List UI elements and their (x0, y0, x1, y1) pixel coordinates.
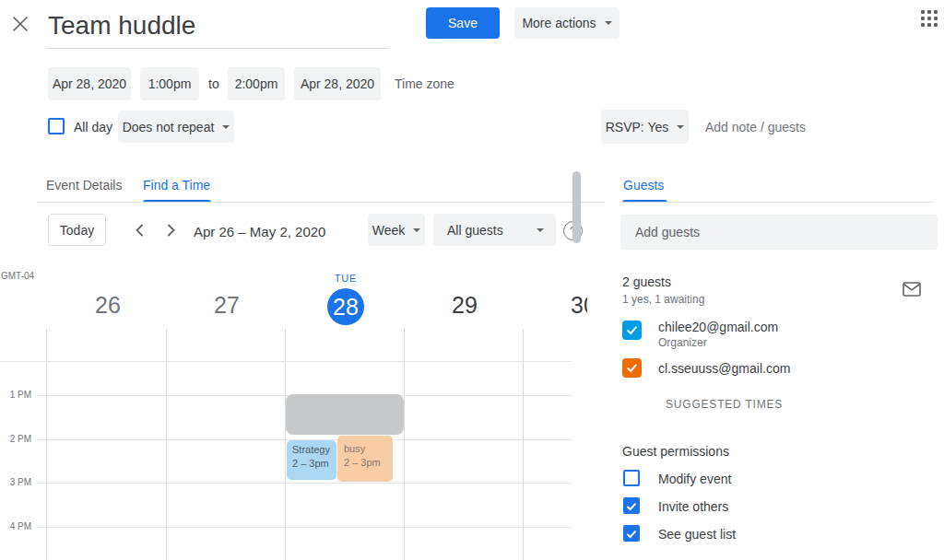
guest-calendar-checkbox[interactable] (622, 358, 642, 378)
event-busy[interactable]: busy 2 – 3pm (337, 436, 393, 482)
day-number[interactable]: 27 (190, 292, 264, 319)
permission-checkbox-invite-others[interactable] (623, 497, 640, 514)
recurrence-label: Does not repeat (123, 120, 215, 134)
all-day-checkbox[interactable] (48, 118, 65, 134)
chevron-down-icon (222, 125, 230, 129)
hour-label: 3 PM (0, 477, 31, 487)
rsvp-summary: 1 yes, 1 awaiting (622, 293, 704, 306)
start-time-button[interactable]: 1:00pm (140, 67, 199, 100)
selected-day-number: 28 (333, 294, 359, 321)
selected-day-circle[interactable]: 28 (327, 288, 364, 325)
today-button[interactable]: Today (48, 214, 106, 246)
tabs-divider (37, 202, 605, 203)
grid-column-line (285, 329, 286, 560)
rsvp-label: RSVP: Yes (606, 120, 669, 134)
end-time-button[interactable]: 2:00pm (228, 67, 285, 100)
event-placeholder-block[interactable] (286, 394, 404, 435)
to-label: to (208, 76, 219, 91)
chevron-left-icon[interactable] (132, 222, 148, 242)
tab-guests[interactable]: Guests (623, 178, 664, 192)
panel-divider (620, 202, 933, 203)
title-underline (46, 48, 389, 49)
guest-email: cl.sseuuss@gmail.com (658, 361, 790, 376)
permission-label: See guest list (658, 527, 736, 542)
timezone-button[interactable]: Time zone (395, 76, 454, 91)
guest-count: 2 guests (622, 274, 671, 289)
grid-column-line (404, 329, 405, 560)
permission-label: Modify event (658, 472, 731, 486)
guest-filter-dropdown[interactable]: All guests (433, 214, 556, 246)
more-actions-button[interactable]: More actions (514, 7, 620, 39)
hour-line (37, 483, 572, 484)
chevron-down-icon (537, 228, 544, 232)
google-apps-icon[interactable] (921, 10, 938, 27)
day-header-row: SUN MON TUE WED THU 26 27 28 29 30 (0, 267, 587, 328)
event-title-input[interactable]: Team huddle (48, 11, 195, 41)
hour-label: 2 PM (0, 434, 31, 444)
tab-find-a-time[interactable]: Find a Time (143, 178, 210, 192)
permission-checkbox-see-guest-list[interactable] (623, 525, 640, 542)
check-icon (626, 529, 637, 540)
event-title: Strategy (292, 443, 335, 457)
event-editor-window: Team huddle Save More actions Apr 28, 20… (0, 0, 944, 560)
grid-top-line (0, 361, 572, 362)
day-name-selected: TUE (309, 273, 383, 284)
more-actions-label: More actions (522, 16, 596, 30)
start-date-button[interactable]: Apr 28, 2020 (48, 67, 131, 100)
chevron-right-icon[interactable] (162, 222, 179, 242)
date-range-label: Apr 26 – May 2, 2020 (194, 224, 325, 239)
hour-label: 1 PM (0, 390, 31, 400)
grid-column-line (46, 329, 47, 560)
permission-checkbox-modify-event[interactable] (623, 470, 640, 486)
chevron-down-icon (605, 21, 612, 25)
event-strategy[interactable]: Strategy 2 – 3pm (287, 440, 336, 480)
recurrence-dropdown[interactable]: Does not repeat (118, 111, 234, 143)
time-grid: 1 PM 2 PM 3 PM 4 PM Strategy 2 – 3pm bus… (0, 329, 595, 560)
hour-label: 4 PM (0, 521, 31, 531)
check-icon (626, 324, 638, 336)
grid-column-line (166, 329, 167, 560)
event-time: 2 – 3pm (344, 456, 391, 470)
add-guests-input[interactable] (620, 215, 938, 250)
event-time: 2 – 3pm (292, 457, 335, 471)
view-dropdown[interactable]: Week (368, 214, 425, 246)
end-date-button[interactable]: Apr 28, 2020 (294, 67, 381, 100)
grid-column-line (523, 329, 524, 560)
event-title: busy (344, 442, 391, 456)
save-button[interactable]: Save (426, 7, 500, 39)
all-day-label: All day (74, 120, 112, 134)
permission-label: Invite others (658, 499, 728, 514)
guest-role: Organizer (658, 336, 707, 349)
vertical-scrollbar[interactable] (572, 171, 581, 243)
suggested-times-button[interactable]: SUGGESTED TIMES (666, 398, 783, 411)
rsvp-dropdown[interactable]: RSVP: Yes (601, 110, 689, 144)
chevron-down-icon (413, 228, 420, 232)
guest-filter-label: All guests (447, 223, 503, 238)
view-label: Week (372, 223, 406, 238)
email-guests-icon[interactable] (903, 282, 921, 300)
day-number[interactable]: 29 (428, 292, 502, 319)
add-note-guests-link[interactable]: Add note / guests (705, 120, 806, 134)
check-icon (626, 362, 638, 374)
guest-permissions-title: Guest permissions (622, 444, 729, 459)
hour-line (37, 527, 572, 528)
guest-calendar-checkbox[interactable] (622, 321, 642, 340)
day-number[interactable]: 30 (547, 292, 587, 319)
guest-email: chilee20@gmail.com (658, 320, 778, 334)
check-icon (626, 501, 637, 512)
day-number[interactable]: 26 (71, 292, 145, 319)
chevron-down-icon (677, 125, 684, 129)
tab-event-details[interactable]: Event Details (46, 178, 122, 192)
close-icon[interactable] (12, 16, 29, 32)
